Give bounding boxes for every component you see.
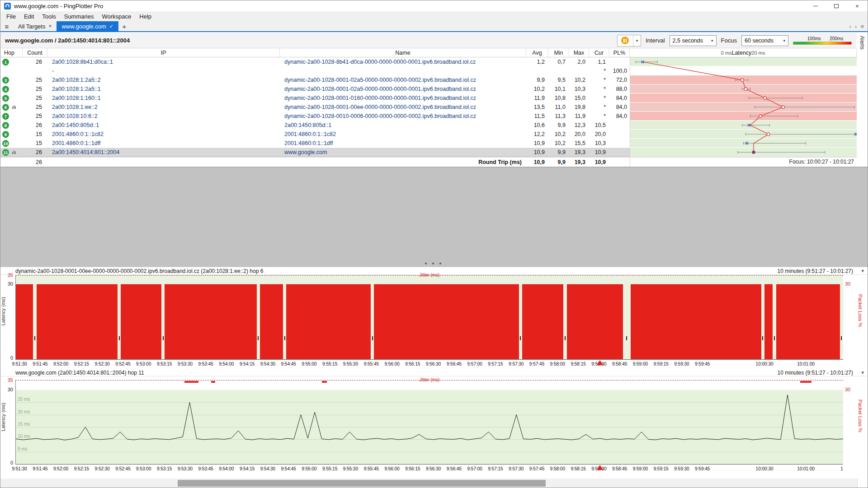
time-tick-label: 9:57:30 bbox=[509, 361, 524, 366]
time-tick-label: 9:59:30 bbox=[674, 361, 689, 366]
new-tab-button[interactable]: + bbox=[118, 21, 130, 31]
graph-collapse-icon[interactable]: ▾ bbox=[861, 370, 864, 375]
close-button[interactable]: × bbox=[847, 0, 868, 11]
focus-select[interactable]: 60 seconds ▾ bbox=[741, 35, 788, 46]
y-axis-min: 0 bbox=[3, 355, 13, 361]
col-header-hop[interactable]: Hop bbox=[0, 48, 23, 57]
latency-cell bbox=[630, 103, 857, 112]
hop-row-4[interactable]: 4252a00:1028:1:2a5::1dynamic-2a00-1028-0… bbox=[0, 84, 857, 94]
hop-row-8[interactable]: 8262a00:1450:805d::12a00:1450:805d::110,… bbox=[0, 121, 857, 130]
hop-row-10[interactable]: 10152001:4860:0:1::1dff2001:4860:0:1::1d… bbox=[0, 139, 857, 148]
graph-collapse-icon[interactable]: ▾ bbox=[861, 268, 864, 274]
hop-cell: 5 bbox=[0, 94, 23, 103]
col-header-count[interactable]: Count bbox=[23, 48, 47, 57]
menu-summaries[interactable]: Summaries bbox=[60, 12, 98, 21]
tab-all-targets-label: All Targets bbox=[18, 23, 45, 30]
hop6-loss-plot[interactable]: Jitter (ms) bbox=[15, 275, 843, 359]
col-header-ip[interactable]: IP bbox=[47, 48, 280, 57]
tab-scroll-left-icon[interactable]: ‹ bbox=[849, 23, 851, 30]
loss-bar bbox=[165, 284, 256, 359]
timeline-graph-hop11: www.google.com (2a00:1450:4014:801::2004… bbox=[0, 369, 868, 472]
hop-row-1[interactable]: 1262a00:1028:8b41:d0ca::1dynamic-2a00-10… bbox=[0, 57, 857, 66]
hop-row-7[interactable]: 7252a00:1028:10:6::2dynamic-2a00-1028-00… bbox=[0, 112, 857, 121]
minimize-icon bbox=[813, 6, 818, 6]
name-cell: dynamic-2a00-1028-0010-0006-0000-0000-00… bbox=[280, 112, 526, 121]
timeline-graph-hop6: dynamic-2a00-1028-0001-00ee-0000-0000-00… bbox=[0, 267, 868, 368]
tab-close-icon[interactable]: × bbox=[48, 23, 52, 29]
tab-scroll-right-icon[interactable]: › bbox=[855, 23, 857, 30]
min-cell: 10,1 bbox=[548, 84, 569, 94]
cur-cell: * bbox=[589, 94, 609, 103]
packet-loss-cell: 84,0 bbox=[609, 112, 630, 121]
hop-row-9[interactable]: 9152001:4860:0:1::1c822001:4860:0:1::1c8… bbox=[0, 130, 857, 139]
hop11-latency-plot[interactable]: Jitter (ms) 25 ms20 ms15 ms10 ms5 ms bbox=[15, 380, 843, 464]
min-cell: 9,5 bbox=[548, 75, 569, 84]
hop-cell: 4 bbox=[0, 84, 23, 94]
cur-cell: * bbox=[589, 112, 609, 121]
menu-file[interactable]: File bbox=[2, 12, 20, 21]
hop-row-2[interactable]: -*100,0 bbox=[0, 66, 857, 75]
hop-number-badge: 10 bbox=[2, 140, 9, 147]
timeline-graph-icon bbox=[12, 150, 16, 154]
graph-range-selector[interactable]: 10 minutes (9:51:27 - 10:01:27) bbox=[778, 268, 853, 274]
interval-select[interactable]: 2,5 seconds ▾ bbox=[670, 35, 717, 46]
col-header-latency[interactable]: 0 ms Latency 20 ms bbox=[630, 48, 857, 57]
y-axis-latency-max: 30 bbox=[3, 387, 13, 392]
min-cell: 9,9 bbox=[548, 121, 569, 130]
name-cell: dynamic-2a00-1028-0001-02a5-0000-0000-00… bbox=[280, 84, 526, 94]
name-cell: www.google.com bbox=[280, 148, 526, 157]
time-tick-label: 9:54:15 bbox=[240, 466, 255, 471]
graph-range-selector[interactable]: 10 minutes (9:51:27 - 10:01:27) bbox=[778, 370, 853, 376]
count-cell: 15 bbox=[23, 130, 47, 139]
col-header-min[interactable]: Min bbox=[548, 48, 569, 57]
col-header-cur[interactable]: Cur bbox=[589, 48, 609, 57]
hop-row-11[interactable]: 11262a00:1450:4014:801::2004www.google.c… bbox=[0, 148, 857, 157]
maximize-button[interactable] bbox=[826, 0, 847, 11]
time-tick-label: 9:57:45 bbox=[529, 361, 544, 366]
cur-cell: * bbox=[589, 103, 609, 112]
toolbar-controls: ▾ Interval 2,5 seconds ▾ Focus 60 second… bbox=[617, 35, 856, 47]
time-tick-label: 9:55:45 bbox=[364, 466, 379, 471]
scrollbar-thumb[interactable] bbox=[178, 480, 546, 487]
count-cell: 25 bbox=[23, 103, 47, 112]
time-tick-label: 9:56:30 bbox=[426, 361, 441, 366]
time-tick-label: 9:52:45 bbox=[115, 466, 130, 471]
hop-row-6[interactable]: 6252a00:1028:1:ee::2dynamic-2a00-1028-00… bbox=[0, 103, 857, 112]
time-tick-label: 9:56:45 bbox=[447, 466, 462, 471]
loss-mark bbox=[211, 381, 215, 383]
menu-edit[interactable]: Edit bbox=[20, 12, 38, 21]
minimize-button[interactable] bbox=[805, 0, 826, 11]
tab-list-icon[interactable]: ≡ bbox=[860, 23, 864, 30]
hop-number-badge: 4 bbox=[2, 86, 9, 93]
latency-mark bbox=[626, 336, 627, 340]
hop-row-3[interactable]: 3252a00:1028:1:2a5::2dynamic-2a00-1028-0… bbox=[0, 75, 857, 84]
latency-mark bbox=[762, 336, 763, 340]
latency-gradient-bar bbox=[793, 42, 852, 45]
splitter-handle[interactable]: ● ● ● bbox=[425, 261, 443, 266]
tab-active-label: www.google.com bbox=[61, 23, 106, 30]
col-header-name[interactable]: Name bbox=[280, 48, 526, 57]
hop-row-5[interactable]: 5252a00:1028:1:160::1dynamic-2a00-1028-0… bbox=[0, 94, 857, 103]
col-header-max[interactable]: Max bbox=[569, 48, 589, 57]
loss-bar bbox=[631, 284, 761, 359]
max-cell bbox=[569, 66, 589, 75]
pause-dropdown-icon[interactable]: ▾ bbox=[633, 35, 641, 46]
horizontal-scrollbar[interactable] bbox=[0, 479, 857, 488]
time-tick-label: 9:56:15 bbox=[405, 361, 420, 366]
menu-help[interactable]: Help bbox=[135, 12, 156, 21]
jitter-label: Jitter (ms) bbox=[420, 377, 439, 382]
app-icon bbox=[4, 3, 11, 9]
alerts-side-tab[interactable]: Alerts bbox=[858, 34, 866, 52]
hamburger-icon[interactable]: ≡ bbox=[0, 21, 13, 31]
menu-tools[interactable]: Tools bbox=[38, 12, 60, 21]
time-tick-label: 9:53:30 bbox=[178, 361, 193, 366]
col-header-avg[interactable]: Avg bbox=[526, 48, 548, 57]
menu-workspace[interactable]: Workspace bbox=[98, 12, 135, 21]
pingplotter-window: www.google.com - PingPlotter Pro × FileE… bbox=[0, 0, 868, 488]
tab-www-google-com[interactable]: www.google.com ✓ bbox=[57, 21, 118, 31]
pause-button[interactable]: ▾ bbox=[617, 35, 641, 47]
tab-all-targets[interactable]: All Targets × bbox=[13, 21, 57, 31]
col-header-pl[interactable]: PL% bbox=[609, 48, 630, 57]
cur-cell: 20,0 bbox=[589, 130, 609, 139]
time-tick-label: 9:58:15 bbox=[571, 466, 585, 471]
